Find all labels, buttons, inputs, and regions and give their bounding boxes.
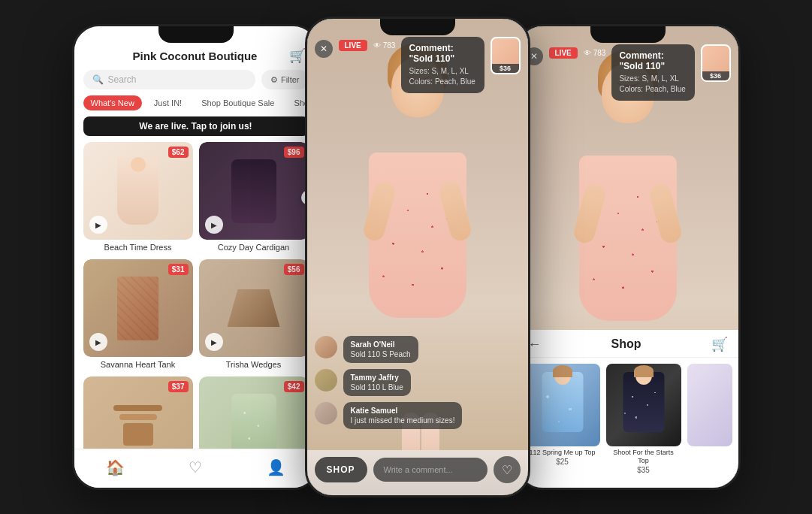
live-stream-screen: ✕ LIVE 👁 783 Comment: "Sold 110" Sizes: … bbox=[307, 19, 528, 495]
shop-product-list: 112 Spring Me up Top $25 bbox=[518, 358, 738, 480]
filter-icon: ⚙ bbox=[270, 75, 278, 85]
live-badge: LIVE bbox=[339, 40, 367, 51]
price-badge: $56 bbox=[284, 264, 304, 275]
nav-profile[interactable]: 👤 bbox=[267, 458, 285, 476]
user-avatar bbox=[315, 336, 337, 358]
cart-icon[interactable]: 🛒 bbox=[289, 47, 306, 64]
chat-message: Tammy Jaffry Sold 110 L Blue bbox=[315, 369, 521, 396]
app-title: Pink Coconut Boutique bbox=[101, 50, 289, 62]
product-card-wedges[interactable]: $56 ▶ Trisha Wedges bbox=[199, 259, 309, 370]
price-badge: $96 bbox=[284, 147, 304, 158]
message-text: I just missed the medium sizes! bbox=[351, 416, 455, 425]
price-badge: $37 bbox=[168, 381, 189, 392]
product-mini-thumb[interactable]: $36 bbox=[701, 44, 731, 82]
live-overlay: ✕ LIVE 👁 783 Comment: "Sold 110" Sizes: … bbox=[307, 19, 528, 495]
product-grid: $62 ▶ Beach Time Dress $96 ▶ Cozy Day Ca… bbox=[74, 142, 318, 458]
product-card-floral[interactable]: $42 ▶ Live bbox=[199, 376, 309, 458]
chat-messages: Sarah O'Neil Sold 110 S Peach Tammy Jaff… bbox=[315, 336, 521, 435]
comment-colors: Colors: Peach, Blue bbox=[619, 84, 687, 95]
product-mini-thumb[interactable]: $36 bbox=[491, 37, 521, 74]
play-button[interactable]: ▶ bbox=[205, 333, 223, 351]
shop-cart-icon[interactable]: 🛒 bbox=[711, 336, 728, 352]
message-bubble: Tammy Jaffry Sold 110 L Blue bbox=[343, 369, 411, 396]
comment-popup: Comment: "Sold 110" Sizes: S, M, L, XL C… bbox=[401, 37, 484, 93]
tab-shop-sale[interactable]: Shop Boutique Sale bbox=[194, 95, 282, 110]
product-name: Trisha Wedges bbox=[199, 357, 309, 370]
category-tabs: What's New Just IN! Shop Boutique Sale S… bbox=[74, 95, 318, 116]
user-name: Sarah O'Neil bbox=[351, 340, 411, 349]
eye-icon: 👁 bbox=[373, 41, 381, 50]
search-placeholder: Search bbox=[108, 74, 137, 85]
nav-favorites[interactable]: ♡ bbox=[189, 458, 202, 476]
product-name: Shoot For the Starts Top bbox=[606, 446, 681, 466]
product-price: $35 bbox=[606, 466, 681, 474]
bottom-action-bar: SHOP Write a comment... ♡ bbox=[315, 456, 521, 483]
eye-icon: 👁 bbox=[584, 49, 591, 57]
close-icon: ✕ bbox=[320, 44, 328, 54]
user-avatar bbox=[315, 369, 337, 392]
user-avatar bbox=[315, 402, 337, 425]
search-bar: 🔍 Search ⚙ Filter bbox=[83, 70, 309, 89]
product-name: Beach Time Dress bbox=[83, 240, 193, 253]
filter-label: Filter bbox=[281, 75, 299, 84]
product-card-sandals[interactable]: $37 ▶ bbox=[83, 376, 193, 458]
phones-container: Pink Coconut Boutique 🛒 🔍 Search ⚙ Filte… bbox=[72, 17, 741, 497]
filter-button[interactable]: ⚙ Filter bbox=[261, 70, 308, 89]
search-icon: 🔍 bbox=[92, 74, 104, 85]
message-text: Sold 110 L Blue bbox=[351, 383, 403, 392]
shop-button[interactable]: SHOP bbox=[315, 457, 367, 482]
product-thumb: $31 ▶ bbox=[83, 259, 193, 357]
product-card-beach-dress[interactable]: $62 ▶ Beach Time Dress bbox=[83, 142, 193, 253]
live-banner[interactable]: We are live. Tap to join us! bbox=[83, 116, 309, 136]
product-card-tank[interactable]: $31 ▶ Savanna Heart Tank bbox=[83, 259, 193, 370]
shop-title-bar: ← Shop 🛒 bbox=[518, 330, 738, 358]
phone-live-stream: ✕ LIVE 👁 783 Comment: "Sold 110" Sizes: … bbox=[305, 17, 530, 497]
views-count: 👁 783 bbox=[373, 41, 396, 50]
heart-button[interactable]: ♡ bbox=[494, 456, 521, 483]
product-name: Cozy Day Cardigan bbox=[199, 240, 309, 253]
search-input[interactable]: 🔍 Search bbox=[83, 70, 256, 89]
product-price: $36 bbox=[702, 71, 729, 80]
product-thumb: $62 ▶ bbox=[83, 142, 193, 240]
app-feed-screen: Pink Coconut Boutique 🛒 🔍 Search ⚙ Filte… bbox=[74, 26, 318, 488]
product-card-cardigan[interactable]: $96 ▶ Cozy Day Cardigan › bbox=[199, 142, 309, 253]
play-button[interactable]: ▶ bbox=[205, 216, 223, 234]
message-text: Sold 110 S Peach bbox=[351, 350, 411, 358]
product-image bbox=[525, 364, 600, 446]
product-thumb: $42 ▶ Live bbox=[199, 376, 309, 458]
shop-top-bar: ✕ LIVE 👁 783 Comment: "Sold 110" Sizes: … bbox=[518, 44, 738, 101]
views-number: 783 bbox=[383, 41, 396, 50]
message-bubble: Katie Samuel I just missed the medium si… bbox=[343, 402, 463, 429]
user-name: Katie Samuel bbox=[351, 407, 455, 415]
product-price: $25 bbox=[525, 458, 600, 466]
close-icon: ✕ bbox=[530, 51, 538, 62]
play-button[interactable]: ▶ bbox=[89, 216, 107, 234]
price-badge: $42 bbox=[284, 381, 304, 392]
comment-popup: Comment: "Sold 110" Sizes: S, M, L, XL C… bbox=[611, 44, 694, 101]
comment-input[interactable]: Write a comment... bbox=[373, 458, 488, 482]
play-button[interactable]: ▶ bbox=[89, 333, 107, 351]
message-bubble: Sarah O'Neil Sold 110 S Peach bbox=[343, 336, 418, 363]
shop-product-spring-top[interactable]: 112 Spring Me up Top $25 bbox=[525, 364, 600, 474]
product-thumb: $37 ▶ bbox=[83, 376, 193, 458]
shop-panel: ← Shop 🛒 bbox=[518, 330, 738, 488]
tab-just-in[interactable]: Just IN! bbox=[146, 95, 189, 110]
live-top-bar: ✕ LIVE 👁 783 Comment: "Sold 110" Sizes: … bbox=[307, 37, 528, 93]
comment-title: Comment: "Sold 110" bbox=[619, 50, 687, 71]
phone-shop-screen: ✕ LIVE 👁 783 Comment: "Sold 110" Sizes: … bbox=[515, 24, 741, 490]
price-badge: $31 bbox=[168, 264, 189, 275]
product-name: 112 Spring Me up Top bbox=[525, 446, 600, 458]
shop-product-stars-top[interactable]: Shoot For the Starts Top $35 bbox=[606, 364, 681, 474]
product-thumb: $56 ▶ bbox=[199, 259, 309, 357]
product-image bbox=[606, 364, 681, 446]
price-badge: $62 bbox=[168, 147, 189, 158]
shop-product-extra[interactable] bbox=[687, 364, 732, 474]
bottom-nav: 🏠 ♡ 👤 bbox=[74, 449, 318, 488]
shop-screen: ✕ LIVE 👁 783 Comment: "Sold 110" Sizes: … bbox=[518, 26, 738, 488]
nav-home[interactable]: 🏠 bbox=[106, 458, 125, 476]
tab-whats-new[interactable]: What's New bbox=[83, 95, 142, 110]
live-banner-text: We are live. Tap to join us! bbox=[139, 121, 252, 132]
product-price: $36 bbox=[492, 64, 519, 73]
shop-title: Shop bbox=[611, 337, 641, 351]
close-button[interactable]: ✕ bbox=[315, 40, 333, 58]
